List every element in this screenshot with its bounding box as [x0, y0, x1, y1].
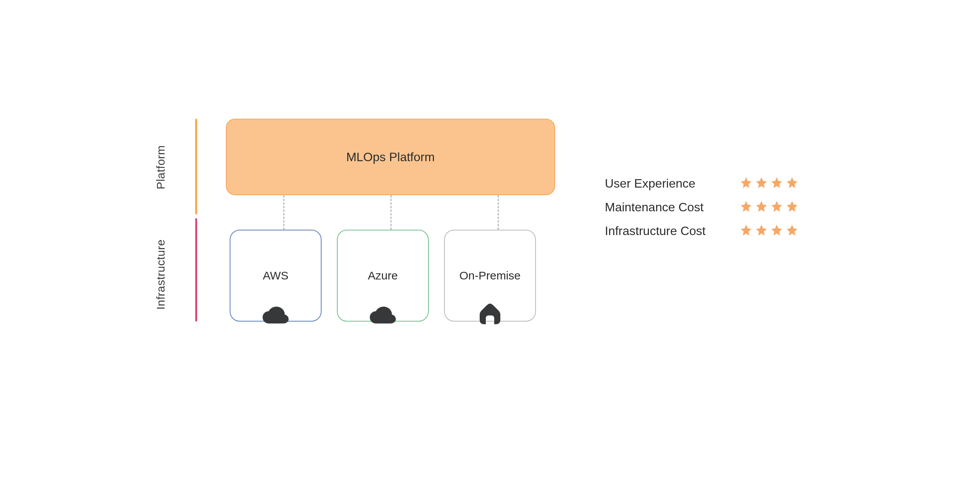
rating-label: Infrastructure Cost [605, 224, 727, 238]
infrastructure-row: AWS Azure On-Premise [230, 230, 536, 322]
platform-box-label: MLOps Platform [346, 150, 434, 164]
star-icon [786, 176, 799, 191]
connector-aws [283, 195, 284, 230]
star-icon [755, 176, 768, 191]
rating-row-user-experience: User Experience [605, 176, 799, 191]
rating-label: User Experience [605, 176, 727, 191]
star-icon [770, 200, 783, 214]
star-icon [740, 200, 753, 214]
rating-stars [740, 176, 799, 191]
infra-box-label: AWS [263, 269, 288, 282]
ratings-panel: User Experience Maintenance Cost Infrast… [605, 176, 799, 238]
rating-row-maintenance-cost: Maintenance Cost [605, 200, 799, 214]
infra-box-label: On-Premise [459, 269, 521, 282]
rating-stars [740, 224, 799, 238]
star-icon [786, 200, 799, 214]
infra-box-onpremise: On-Premise [444, 230, 536, 322]
star-icon [740, 176, 753, 191]
connector-onpremise [498, 195, 499, 230]
infra-box-azure: Azure [337, 230, 429, 322]
platform-box: MLOps Platform [226, 119, 555, 195]
rating-stars [740, 200, 799, 214]
star-icon [770, 224, 783, 238]
cloud-icon [369, 307, 397, 328]
connector-azure [390, 195, 392, 230]
diagram-canvas: Platform Infrastructure MLOps Platform A… [145, 119, 835, 371]
infra-box-label: Azure [368, 269, 398, 282]
rating-row-infrastructure-cost: Infrastructure Cost [605, 224, 799, 238]
star-icon [786, 224, 799, 238]
star-icon [755, 200, 768, 214]
cloud-icon [262, 307, 289, 328]
section-label-platform: Platform [154, 129, 167, 206]
star-icon [755, 224, 768, 238]
star-icon [770, 176, 783, 191]
infra-box-aws: AWS [230, 230, 322, 322]
section-bar-infrastructure [195, 218, 197, 322]
section-bar-platform [195, 119, 197, 214]
star-icon [740, 224, 753, 238]
section-label-infrastructure: Infrastructure [154, 225, 167, 324]
rating-label: Maintenance Cost [605, 200, 727, 214]
home-icon [479, 303, 501, 328]
